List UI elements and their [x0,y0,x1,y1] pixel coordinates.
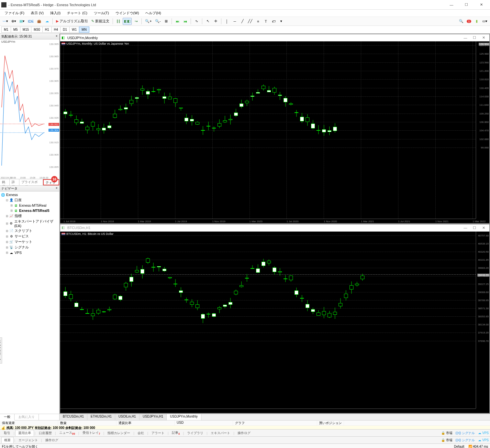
journal-tab[interactable]: 操作ログ [43,437,61,443]
chart1-close-icon[interactable]: ✕ [479,36,488,40]
timeframe-H4[interactable]: H4 [51,27,61,33]
chart2-area[interactable]: BTCUSDm, H1: Bitcoin vs US Dollar 40757.… [60,232,489,413]
timeframe-D1[interactable]: D1 [60,27,70,33]
cursor-icon[interactable]: ↖ [204,18,211,25]
chart-tab[interactable]: USOILm,H1 [115,414,139,420]
chart-tab[interactable]: USDJPYm,Monthly [167,414,201,420]
chart-tab[interactable]: BTCUSDm,H1 [60,414,87,420]
market-watch-close-icon[interactable]: × [55,34,59,38]
terminal-tab[interactable]: ニュース99 [57,430,78,436]
tick-chart[interactable]: USDJPYm 130.995130.985130.975130.965130.… [0,39,59,179]
trendline-icon[interactable]: ╱ [239,18,246,25]
more-tools-dropdown[interactable]: ▾ [278,18,285,25]
journal-tab[interactable]: エージェント [16,437,40,443]
timeframe-W1[interactable]: W1 [69,27,79,33]
auto-scroll-icon[interactable]: ⏭ [174,18,181,25]
terminal-col[interactable]: USD [175,421,233,425]
terminal-col[interactable]: グラフ [233,421,317,425]
chart1-maximize-icon[interactable]: ☐ [470,36,479,40]
vline-icon[interactable]: │ [223,18,230,25]
terminal-tab[interactable]: 取引 [1,430,13,436]
candle-chart-icon[interactable]: ◧◧ [123,18,132,25]
close-button[interactable]: ✕ [474,0,489,10]
vps-status-2[interactable]: ☁ VPS [478,438,489,442]
nav-item[interactable]: ⊞📡シグナル [1,245,59,250]
ide-button[interactable]: IDE [27,18,35,25]
market-status-2[interactable]: 🔒 市場 [441,438,452,443]
connection-icon[interactable]: ▮ [473,18,480,25]
timeframe-M5[interactable]: M5 [11,27,20,33]
timeframe-M30[interactable]: M30 [31,27,42,33]
line-chart-icon[interactable]: ↝ [132,18,139,25]
chart-tab[interactable]: ETHUSDm,H1 [87,414,115,420]
timeframe-H1[interactable]: H1 [42,27,52,33]
nav-item[interactable]: ⊞⚙サービス [1,234,59,239]
menu-item[interactable]: 表示 (V) [28,10,47,16]
navigator-tab[interactable]: 一般 [0,414,15,421]
chart2-close-icon[interactable]: ✕ [479,226,488,230]
notifications-icon[interactable]: 1 [465,18,473,25]
nav-item[interactable]: ⊞🖥Exness-MT5Real [1,203,59,208]
nav-item[interactable]: ⊞⚙エキスパートアドバイザ(EA) [1,219,59,228]
channel-icon[interactable]: ╱╱ [247,18,254,25]
terminal-tab[interactable]: 運用比率 [15,430,34,436]
terminal-tab[interactable]: 口座履歴 [36,430,54,436]
settings-dropdown[interactable]: ▭▾ [481,18,489,25]
terminal-col[interactable]: 通貨比率 [117,421,175,425]
timeframe-M1[interactable]: M1 [1,27,11,33]
vps-icon[interactable]: ☁ [43,18,50,25]
bar-chart-icon[interactable]: ∥∥ [115,18,122,25]
zoom-in-icon[interactable]: 🔍+ [144,18,153,25]
chart-shift-icon[interactable]: ⏮ [182,18,189,25]
add-dropdown[interactable]: ⊕▾ [10,18,17,25]
terminal-tab[interactable]: 記事4 [169,430,183,436]
chart-tab[interactable]: USDJPYm,H1 [139,414,167,420]
indicators-icon[interactable]: ∿ [193,18,200,25]
menu-item[interactable]: ファイル (F) [1,10,28,16]
chart1-minimize-icon[interactable]: — [461,36,470,40]
terminal-tab[interactable]: アラート [149,430,167,436]
crosshair-icon[interactable]: ✛ [212,18,219,25]
menu-item[interactable]: ツール(T) [91,10,112,16]
vps-status[interactable]: ☁ VPS [478,431,489,435]
journal-tab[interactable]: 概要 [1,437,14,443]
timeframe-MN[interactable]: MN [79,27,89,33]
terminal-tab[interactable]: 受信トレイ7 [80,430,103,436]
terminal-tab[interactable]: 操作ログ [235,430,253,436]
timeframe-M15[interactable]: M15 [20,27,31,33]
market-status[interactable]: 🔒 市場 [441,431,452,435]
text-icon[interactable]: T [262,18,269,25]
terminal-tab[interactable]: 会社 [135,430,147,436]
signal-status-2[interactable]: ((•)) シグナル [456,438,475,443]
status-profile[interactable]: Default [454,445,464,448]
nav-item[interactable]: ⊞☁VPS [1,250,59,255]
market-watch-tab[interactable]: プライスボード [19,179,43,185]
toolbox-side-label[interactable]: ツールボックス [0,337,2,364]
label-icon[interactable]: 🏷 [270,18,277,25]
market-watch-tab[interactable]: 詳細 [10,179,19,185]
menu-item[interactable]: 挿入(I) [47,10,64,16]
terminal-tab[interactable]: エキスパート [208,430,233,436]
new-order-button[interactable]: ✎新規注文 [90,18,111,25]
navigator-tree[interactable]: 🌐Exness⊟👤口座⊞🖥Exness-MT5Real⊞🖥Exness-MT5R… [0,191,59,414]
maximize-button[interactable]: ☐ [459,0,474,10]
search-icon[interactable]: 🔍 [458,18,465,25]
database-dropdown[interactable]: ▤▾ [18,18,26,25]
fibo-icon[interactable]: ≡ [254,18,262,25]
signal-status[interactable]: ((•)) シグナル [456,431,475,435]
chart1-area[interactable]: USDJPYm, Monthly: US Dollar vs Japanese … [60,41,489,223]
algo-trading-toggle[interactable]: ▶アルゴリズム取引 [55,18,89,25]
nav-item[interactable]: ⊟👤口座 [1,197,59,203]
nav-item[interactable]: ⊞📄スクリプト [1,228,59,234]
nav-item[interactable]: ⊞📈指標 [1,213,59,219]
zoom-out-icon[interactable]: 🔍- [154,18,162,25]
menu-item[interactable]: ヘルプ(H) [142,10,164,16]
minimize-button[interactable]: — [444,0,459,10]
grid-4-icon[interactable]: ⊞ [162,18,170,25]
hline-icon[interactable]: ─ [231,18,238,25]
navigator-close-icon[interactable]: × [55,186,59,190]
menu-item[interactable]: チャート (C) [64,10,90,16]
terminal-col[interactable]: 買いポジション [317,421,344,425]
line-style-dropdown[interactable]: 〰︎▾ [1,18,9,25]
terminal-col[interactable]: 数量 [58,421,117,425]
